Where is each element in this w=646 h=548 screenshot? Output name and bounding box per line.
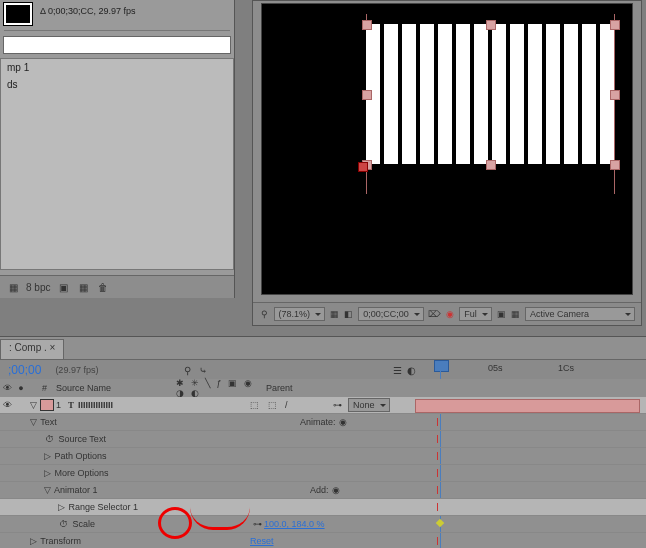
project-search-input[interactable]: [3, 36, 231, 54]
mask-icon[interactable]: ◧: [344, 307, 355, 321]
animate-label: Animate:: [300, 417, 336, 427]
layer-name-text[interactable]: IIIIIIIIIIIIII: [78, 400, 113, 410]
link-icon[interactable]: ⊶: [250, 517, 264, 531]
stopwatch-icon[interactable]: ⏱: [56, 517, 70, 531]
channel-icon[interactable]: ◉: [445, 307, 456, 321]
ruler-tick: 1Cs: [558, 363, 574, 373]
eye-toggle[interactable]: 👁: [0, 400, 14, 410]
switches-col: ✱ ✳ ╲ ƒ ▣ ◉ ◑ ◐: [176, 378, 266, 398]
prop-transform: Transform: [40, 536, 81, 546]
transform-handle[interactable]: [486, 20, 496, 30]
prop-range-selector: Range Selector 1: [69, 502, 139, 512]
project-footer: ▦ 8 bpc ▣ ▦ 🗑: [0, 275, 234, 298]
prop-text: Text: [40, 417, 57, 427]
project-info: Δ 0;00;30;CC, 29.97 fps: [40, 6, 136, 16]
timeline-header: ;00;00 (29.97 fps) ⚲ ⤷ ☰ ◐ 05s 1Cs: [0, 359, 646, 381]
twirl-icon[interactable]: ▷: [28, 536, 38, 546]
twirl-icon[interactable]: ▽: [28, 400, 38, 410]
project-thumb: [3, 2, 33, 26]
eye-col: 👁: [0, 383, 14, 393]
transform-handle[interactable]: [610, 90, 620, 100]
property-row[interactable]: ▽ Text Animate: ◉: [0, 414, 646, 431]
property-row[interactable]: ▷ Path Options: [0, 448, 646, 465]
transparency-icon[interactable]: ▦: [510, 307, 521, 321]
scale-value[interactable]: 100.0, 184.0 %: [264, 519, 325, 529]
reset-link[interactable]: Reset: [250, 536, 274, 546]
layer-color[interactable]: [40, 399, 54, 411]
property-row[interactable]: ⏱ Source Text: [0, 431, 646, 448]
parent-pick[interactable]: ⊶: [330, 398, 344, 412]
switches[interactable]: ⬚ ⬚ /: [250, 400, 330, 410]
ruler-tick: 05s: [488, 363, 503, 373]
frame-rate: (29.97 fps): [55, 365, 98, 375]
cti[interactable]: [434, 360, 447, 380]
timeline-panel: : Comp . × ;00;00 (29.97 fps) ⚲ ⤷ ☰ ◐ 05…: [0, 336, 646, 548]
blur-icon[interactable]: ◐: [404, 363, 418, 377]
mag-icon[interactable]: ⚲: [259, 307, 270, 321]
interpret-icon[interactable]: ▦: [6, 280, 20, 294]
transform-handle[interactable]: [610, 20, 620, 30]
roi-icon[interactable]: ▣: [496, 307, 507, 321]
animate-menu[interactable]: ◉: [336, 415, 350, 429]
anchor-point[interactable]: [358, 162, 368, 172]
parent-dropdown[interactable]: None: [348, 398, 390, 412]
view-dropdown[interactable]: Active Camera: [525, 307, 635, 321]
bpc-toggle[interactable]: 8 bpc: [26, 282, 50, 293]
layers-area: 👁 ▽ 1 T IIIIIIIIIIIIII ⬚ ⬚ / ⊶ None ▽ Te…: [0, 397, 646, 548]
text-bars: [366, 24, 614, 164]
current-time[interactable]: 0;00;CC;00: [358, 307, 424, 321]
composition-viewer: ⚲ (78.1%) ▦ ◧ 0;00;CC;00 ⌦ ◉ Ful ▣ ▦ Act…: [252, 0, 642, 326]
resolution-dropdown[interactable]: Ful: [459, 307, 492, 321]
property-row[interactable]: ▷ Transform Reset: [0, 533, 646, 548]
project-item[interactable]: ds: [1, 76, 233, 93]
snapshot-icon[interactable]: ⌦: [428, 307, 441, 321]
twirl-icon[interactable]: ▽: [42, 485, 52, 495]
num-col: #: [42, 383, 56, 393]
shy-icon[interactable]: ⤷: [196, 363, 210, 377]
add-label: Add:: [310, 485, 329, 495]
layer-row[interactable]: 👁 ▽ 1 T IIIIIIIIIIIIII ⬚ ⬚ / ⊶ None: [0, 397, 646, 414]
prop-more-options: More Options: [55, 468, 109, 478]
prop-animator: Animator 1: [54, 485, 98, 495]
add-menu[interactable]: ◉: [329, 483, 343, 497]
prop-path-options: Path Options: [55, 451, 107, 461]
source-name-col[interactable]: Source Name: [56, 383, 176, 393]
transform-handle[interactable]: [362, 20, 372, 30]
current-time-input[interactable]: ;00;00: [0, 363, 49, 377]
layer-bar[interactable]: [415, 399, 640, 413]
new-comp-icon[interactable]: ▦: [76, 280, 90, 294]
layer-name[interactable]: T: [68, 400, 74, 410]
project-item[interactable]: mp 1: [1, 59, 233, 76]
property-row[interactable]: ⏱ Scale ⊶ 100.0, 184.0 %: [0, 516, 646, 533]
property-row[interactable]: ▷ Range Selector 1: [0, 499, 646, 516]
viewer-footer: ⚲ (78.1%) ▦ ◧ 0;00;CC;00 ⌦ ◉ Ful ▣ ▦ Act…: [253, 302, 641, 325]
transform-handle[interactable]: [486, 160, 496, 170]
time-ruler[interactable]: 05s 1Cs: [418, 360, 640, 380]
column-header: 👁 ● # Source Name ✱ ✳ ╲ ƒ ▣ ◉ ◑ ◐ Parent: [0, 379, 646, 398]
transform-handle[interactable]: [610, 160, 620, 170]
twirl-icon[interactable]: ▷: [42, 451, 52, 461]
project-panel: Δ 0;00;30;CC, 29.97 fps mp 1 ds ▦ 8 bpc …: [0, 0, 235, 298]
twirl-icon[interactable]: ▽: [28, 417, 38, 427]
parent-col: Parent: [266, 383, 326, 393]
prop-source-text: Source Text: [59, 434, 106, 444]
transform-handle[interactable]: [362, 90, 372, 100]
search-icon[interactable]: ⚲: [180, 363, 194, 377]
trash-icon[interactable]: 🗑: [96, 280, 110, 294]
stopwatch-icon[interactable]: ⏱: [42, 432, 56, 446]
prop-scale: Scale: [73, 519, 96, 529]
property-row[interactable]: ▷ More Options: [0, 465, 646, 482]
layer-number: 1: [56, 400, 68, 410]
lock-col: ●: [14, 383, 28, 393]
safe-zone-icon[interactable]: ▦: [329, 307, 340, 321]
project-tree[interactable]: mp 1 ds: [0, 58, 234, 270]
layer-bar-area[interactable]: [415, 397, 646, 413]
twirl-icon[interactable]: ▷: [42, 468, 52, 478]
new-folder-icon[interactable]: ▣: [56, 280, 70, 294]
property-row[interactable]: ▽ Animator 1 Add: ◉: [0, 482, 646, 499]
graph-icon[interactable]: ☰: [390, 363, 404, 377]
twirl-icon[interactable]: ▷: [56, 502, 66, 512]
viewport[interactable]: [261, 3, 633, 295]
zoom-dropdown[interactable]: (78.1%): [274, 307, 326, 321]
